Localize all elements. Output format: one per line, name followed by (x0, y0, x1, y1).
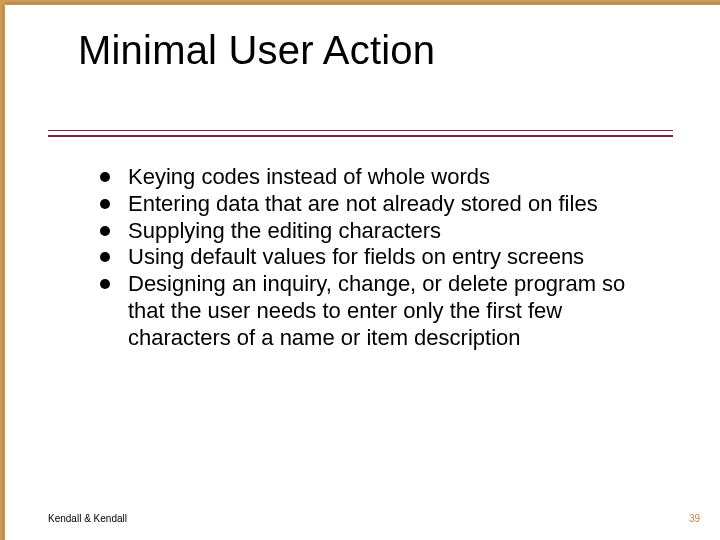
footer-author: Kendall & Kendall (48, 513, 127, 524)
left-border-shadow (2, 5, 4, 540)
slide-title: Minimal User Action (78, 28, 435, 73)
top-border-shadow (5, 2, 720, 4)
list-item: Designing an inquiry, change, or delete … (100, 271, 660, 351)
list-item: Using default values for fields on entry… (100, 244, 660, 271)
page-number: 39 (689, 513, 700, 524)
list-item: Supplying the editing characters (100, 218, 660, 245)
slide: Minimal User Action Keying codes instead… (0, 0, 720, 540)
bullet-list: Keying codes instead of whole words Ente… (100, 164, 660, 352)
title-divider (48, 130, 673, 137)
list-item: Keying codes instead of whole words (100, 164, 660, 191)
list-item: Entering data that are not already store… (100, 191, 660, 218)
